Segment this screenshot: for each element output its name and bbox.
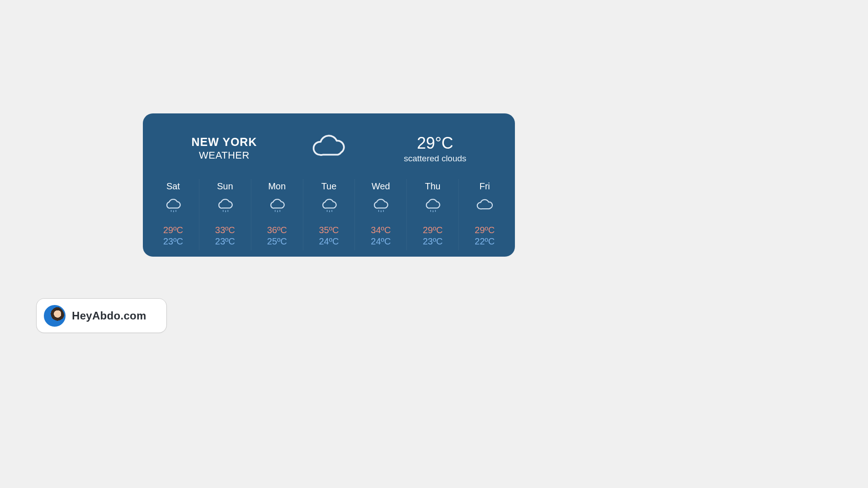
day-label: Sat — [166, 181, 180, 192]
high-temperature: 34ºC — [371, 225, 391, 235]
forecast-day: Tue 35ºC 24ºC — [303, 179, 355, 250]
cloud-icon — [309, 132, 352, 165]
attribution-text: HeyAbdo.com — [72, 310, 146, 322]
high-temperature: 33ºC — [215, 225, 235, 235]
current-description: scattered clouds — [404, 154, 466, 164]
rain-cloud-icon — [267, 198, 287, 216]
day-label: Fri — [479, 181, 490, 192]
day-label: Wed — [372, 181, 390, 192]
high-temperature: 36ºC — [267, 225, 287, 235]
attribution-badge[interactable]: HeyAbdo.com — [36, 298, 167, 333]
forecast-day: Mon 36ºC 25ºC — [251, 179, 303, 250]
low-temperature: 24ºC — [319, 236, 339, 247]
cloud-icon — [475, 198, 495, 216]
high-temperature: 29ºC — [163, 225, 183, 235]
forecast-day: Thu 29ºC 23ºC — [406, 179, 458, 250]
forecast-day: Sat 29ºC 23ºC — [147, 179, 199, 250]
forecast-day: Sun 33ºC 23ºC — [199, 179, 251, 250]
day-label: Sun — [217, 181, 233, 192]
day-label: Tue — [321, 181, 337, 192]
day-label: Mon — [268, 181, 286, 192]
low-temperature: 23ºC — [163, 236, 183, 247]
low-temperature: 22ºC — [475, 236, 495, 247]
current-temperature: 29°C — [404, 134, 466, 153]
forecast-day: Wed 34ºC 24ºC — [354, 179, 406, 250]
low-temperature: 23ºC — [423, 236, 443, 247]
location-block: NEW YORK WEATHER — [191, 136, 257, 161]
rain-cloud-icon — [215, 198, 235, 216]
low-temperature: 24ºC — [371, 236, 391, 247]
weather-label: WEATHER — [191, 150, 257, 161]
weather-card: NEW YORK WEATHER 29°C scattered clouds S… — [143, 113, 515, 257]
low-temperature: 23ºC — [215, 236, 235, 247]
current-conditions: 29°C scattered clouds — [404, 134, 466, 164]
low-temperature: 25ºC — [267, 236, 287, 247]
rain-cloud-icon — [423, 198, 443, 216]
rain-cloud-icon — [319, 198, 339, 216]
high-temperature: 35ºC — [319, 225, 339, 235]
rain-cloud-icon — [371, 198, 391, 216]
avatar — [44, 305, 66, 327]
high-temperature: 29ºC — [475, 225, 495, 235]
weather-header: NEW YORK WEATHER 29°C scattered clouds — [143, 113, 515, 179]
rain-cloud-icon — [163, 198, 183, 216]
location-name: NEW YORK — [191, 136, 257, 149]
day-label: Thu — [425, 181, 440, 192]
high-temperature: 29ºC — [423, 225, 443, 235]
forecast-row: Sat 29ºC 23ºC Sun 33ºC 23ºC Mon 36ºC 25º… — [143, 179, 515, 257]
forecast-day: Fri 29ºC 22ºC — [458, 179, 510, 250]
